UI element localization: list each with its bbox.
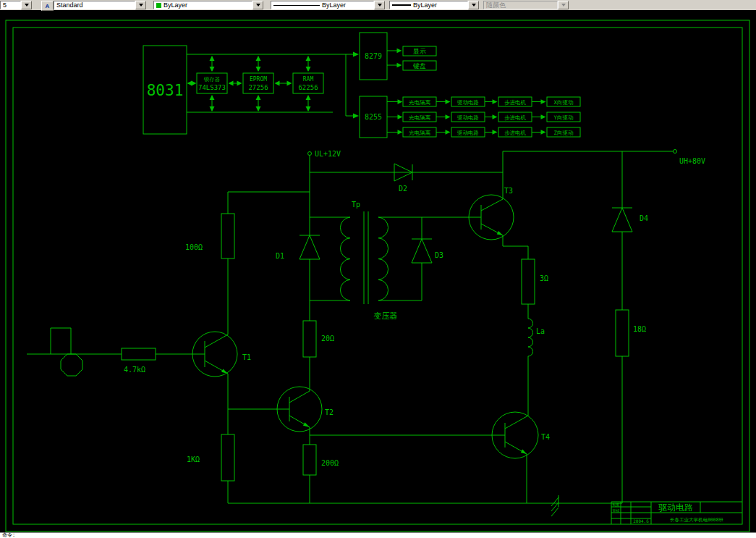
pulse-source — [51, 328, 82, 376]
resistor-18ohm — [616, 310, 629, 356]
row-x-driver: 驱动电路 — [456, 99, 479, 106]
ram-label-2: 62256 — [298, 84, 318, 91]
autocad-window: 5 A Standard ByLayer ByLayer — [0, 0, 756, 538]
row-x-stepper: 步进电机 — [504, 99, 527, 106]
linetype-dropdown-icon[interactable] — [374, 1, 385, 9]
diode-d1 — [300, 235, 320, 259]
label-r100: 100Ω — [185, 243, 203, 251]
emitter-arrowheads — [221, 231, 527, 454]
drive-row-z: 光电隔离 驱动电路 步进电机 Z向驱动 — [387, 127, 580, 137]
label-la: La — [536, 327, 545, 335]
eprom-label-2: 27256 — [248, 84, 268, 91]
label-d2: D2 — [399, 185, 407, 193]
label-d1: D1 — [276, 252, 284, 260]
resistors — [122, 214, 629, 481]
color-dropdown-icon[interactable] — [252, 1, 263, 9]
lineweight-preview-icon — [392, 4, 411, 6]
row-y-axis: Y向驱动 — [553, 114, 574, 121]
ground-icon — [551, 495, 558, 516]
color-swatch-icon — [156, 3, 161, 8]
row-y-driver: 驱动电路 — [456, 114, 479, 121]
latch-label-2: 74LS373 — [198, 84, 226, 91]
title-block-org: 长春工业大学机电0008班 — [670, 517, 724, 523]
8279-label: 8279 — [365, 52, 382, 60]
signal-source-icon — [61, 354, 82, 376]
ram-label-1: RAM — [303, 76, 314, 83]
8255-label: 8255 — [365, 113, 382, 121]
sheet-border-outer — [6, 20, 749, 531]
sheet-border — [6, 20, 749, 531]
keyboard-label: 键盘 — [412, 62, 426, 70]
text-style-dropdown-icon[interactable] — [135, 1, 146, 9]
drawing-title: 驱动电路 — [658, 503, 693, 513]
label-d4: D4 — [640, 214, 648, 222]
linetype-combo[interactable]: ByLayer — [271, 1, 385, 9]
label-r1k: 1KΩ — [187, 455, 200, 463]
plotstyle-dropdown-icon — [558, 1, 569, 9]
resistor-100ohm — [221, 214, 234, 259]
row-y-stepper: 步进电机 — [504, 114, 527, 121]
label-uh: UH+80V — [679, 157, 705, 165]
resistor-1kohm — [221, 434, 234, 481]
label-transformer: 变压器 — [374, 311, 398, 321]
transformer-secondary-coil — [378, 217, 388, 300]
label-d3: D3 — [435, 251, 443, 259]
ul-node-icon — [308, 152, 312, 156]
left-combo-dropdown-icon[interactable] — [21, 1, 32, 9]
supply-nodes — [308, 150, 677, 156]
color-combo[interactable]: ByLayer — [153, 1, 263, 9]
text-style-combo[interactable]: Standard — [54, 1, 146, 9]
drawing-canvas[interactable]: 8031 锁存器 74LS373 EPROM 27256 RAM 62256 8… — [0, 10, 756, 532]
uh-node-icon — [674, 150, 677, 154]
label-t4: T4 — [541, 433, 550, 441]
diode-d4 — [612, 208, 632, 232]
linetype-value: ByLayer — [322, 1, 346, 9]
block-diagram-boxes — [143, 33, 436, 138]
left-combo-value: 5 — [3, 1, 7, 9]
transformer-primary-coil — [340, 217, 350, 300]
row-z-axis: Z向驱动 — [553, 130, 574, 136]
label-r200: 200Ω — [321, 459, 339, 467]
drive-row-y: 光电隔离 驱动电路 步进电机 Y向驱动 — [387, 112, 580, 122]
pulse-waveform-icon — [51, 328, 71, 354]
label-r18: 18Ω — [633, 325, 646, 333]
drive-circuit: UL+12V UH+80V D2 D1 D3 D4 Tp 变压器 T3 T1 T… — [27, 150, 705, 517]
lineweight-dropdown-icon[interactable] — [468, 1, 479, 9]
label-tp: Tp — [352, 201, 360, 209]
color-value: ByLayer — [163, 1, 187, 9]
latch-label-1: 锁存器 — [203, 76, 221, 83]
title-block-cell-b: 审核 — [613, 508, 620, 513]
title-block-cell-a: 制图 — [613, 503, 620, 508]
label-t1: T1 — [242, 353, 251, 361]
linetype-preview-icon — [273, 5, 320, 6]
resistor-4k7ohm — [122, 348, 156, 360]
row-z-stepper: 步进电机 — [504, 130, 527, 136]
command-line[interactable]: 命令: — [0, 532, 756, 538]
properties-toolbar: 5 A Standard ByLayer ByLayer — [0, 0, 756, 10]
row-y-optocoupler: 光电隔离 — [409, 114, 431, 121]
title-block: 制图 审核 2004.6 驱动电路 长春工业大学机电0008班 — [611, 502, 742, 524]
resistor-20ohm — [303, 321, 316, 357]
resistor-200ohm — [303, 445, 316, 475]
drive-row-x: 光电隔离 驱动电路 步进电机 X向驱动 — [387, 97, 580, 106]
row-x-axis: X向驱动 — [553, 99, 574, 106]
display-label: 显示 — [412, 48, 426, 55]
label-r4k7: 4.7kΩ — [124, 366, 145, 374]
text-style-value: Standard — [56, 1, 83, 9]
command-prompt: 命令: — [2, 532, 15, 538]
plotstyle-combo: 随颜色 — [483, 1, 569, 9]
inductor-la — [528, 319, 533, 356]
resistor-3ohm — [522, 259, 535, 304]
label-r20: 20Ω — [321, 335, 334, 342]
label-ul: UL+12V — [315, 150, 341, 158]
circuit-wires — [27, 151, 674, 503]
sheet-border-inner — [13, 28, 742, 524]
lineweight-combo[interactable]: ByLayer — [389, 1, 479, 9]
label-t3: T3 — [504, 187, 513, 195]
text-style-icon[interactable]: A — [41, 1, 54, 11]
diode-d3 — [412, 239, 432, 263]
label-t2: T2 — [325, 408, 334, 416]
left-combo[interactable]: 5 — [0, 1, 32, 9]
block-diagram: 8031 锁存器 74LS373 EPROM 27256 RAM 62256 8… — [143, 33, 580, 138]
row-z-driver: 驱动电路 — [456, 130, 479, 136]
